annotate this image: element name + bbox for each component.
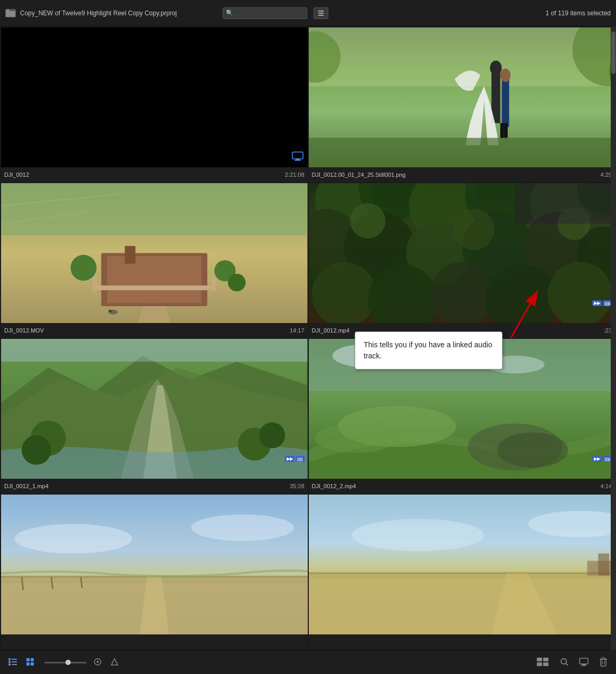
- project-icon: [5, 9, 16, 17]
- top-bar-left: Copy_NEW of Twelve9 Highlight Reel Copy …: [5, 9, 223, 17]
- svg-point-61: [22, 435, 51, 465]
- items-selected: 1 of 119 items selected: [546, 10, 611, 17]
- thumb-duration-5: 35:28: [290, 483, 305, 489]
- bottom-bar: [0, 650, 616, 674]
- svg-rect-18: [504, 123, 507, 138]
- svg-marker-102: [111, 659, 118, 665]
- svg-rect-99: [31, 662, 34, 666]
- svg-rect-98: [26, 662, 30, 666]
- scrollbar-thumb[interactable]: [611, 32, 615, 74]
- svg-point-16: [500, 69, 510, 82]
- bottom-right-icons: [535, 656, 610, 669]
- svg-rect-26: [125, 246, 135, 263]
- svg-point-101: [97, 661, 99, 663]
- svg-rect-111: [581, 665, 586, 666]
- svg-rect-105: [537, 662, 542, 666]
- search-input[interactable]: [223, 7, 307, 19]
- svg-rect-106: [543, 662, 548, 666]
- zoom-slider: [44, 662, 87, 663]
- thumb-bottom-2: DJI_0012.00_01_24_25.Still001.png 4:29: [309, 167, 615, 182]
- svg-point-14: [490, 61, 501, 75]
- svg-rect-103: [537, 658, 542, 661]
- svg-rect-28: [92, 277, 97, 291]
- svg-point-86: [352, 519, 484, 551]
- thumb-name-6: DJI_0012_2.mp4: [312, 483, 598, 489]
- svg-rect-4: [318, 15, 324, 16]
- svg-rect-2: [318, 11, 324, 12]
- thumb-cell-5[interactable]: ▶▶ )))) DJI_0012_1.mp4 35:28: [1, 339, 308, 493]
- badge-icons-6: ▶▶ )))): [592, 456, 612, 462]
- thumb-name-3: DJI_0012.MOV: [4, 327, 287, 334]
- top-bar: Copy_NEW of Twelve9 Highlight Reel Copy …: [0, 0, 616, 26]
- video-badge-5: ▶▶: [285, 456, 295, 462]
- grid-view-icon[interactable]: [24, 657, 37, 668]
- svg-point-78: [14, 524, 132, 554]
- sort-icon[interactable]: [109, 657, 120, 668]
- badge-icons-4: ▶▶ )))): [592, 300, 612, 306]
- svg-rect-85: [598, 554, 609, 576]
- tooltip-box: This tells you if you have a linked audi…: [355, 331, 503, 369]
- svg-point-79: [191, 515, 294, 541]
- svg-rect-56: [515, 183, 615, 224]
- svg-rect-94: [8, 663, 11, 666]
- svg-point-53: [350, 203, 385, 239]
- svg-rect-27: [92, 286, 216, 290]
- svg-rect-58: [1, 339, 308, 362]
- search-icon: 🔍: [226, 10, 233, 16]
- storyboard-icon[interactable]: [535, 657, 552, 669]
- list-view-button[interactable]: [314, 7, 328, 19]
- svg-point-30: [71, 255, 97, 281]
- scrollbar[interactable]: [611, 26, 616, 650]
- media-grid: DJI_0012 2:21:08: [0, 26, 616, 650]
- list-view-icon[interactable]: [6, 657, 19, 668]
- svg-rect-114: [602, 658, 605, 659]
- svg-rect-15: [501, 79, 509, 127]
- svg-rect-92: [8, 661, 11, 663]
- audio-badge-5: )))): [296, 456, 305, 462]
- svg-point-62: [259, 422, 285, 448]
- monitor-icon[interactable]: [577, 657, 591, 669]
- svg-rect-93: [12, 661, 17, 662]
- svg-point-32: [228, 274, 245, 291]
- slider-thumb[interactable]: [65, 660, 71, 665]
- thumb-cell-4[interactable]: ▶▶ )))) DJI_0012.mp4 :23: [309, 183, 615, 338]
- delete-icon[interactable]: [597, 656, 610, 669]
- thumb-cell-7[interactable]: [1, 495, 308, 649]
- svg-rect-91: [12, 659, 17, 660]
- svg-point-107: [561, 659, 566, 664]
- svg-rect-95: [12, 664, 17, 665]
- thumb-cell-1[interactable]: DJI_0012 2:21:08: [1, 27, 308, 182]
- thumb-bottom-7: [1, 634, 308, 649]
- svg-point-34: [108, 310, 112, 312]
- badge-icons-5: ▶▶ )))): [285, 456, 305, 462]
- svg-rect-7: [295, 160, 301, 161]
- svg-rect-29: [212, 277, 216, 291]
- slider-track[interactable]: [44, 662, 87, 663]
- auto-icon[interactable]: [92, 657, 103, 668]
- svg-point-54: [453, 209, 494, 250]
- thumb-duration-1: 2:21:08: [285, 172, 305, 178]
- svg-rect-82: [309, 579, 615, 634]
- search-bottom-icon[interactable]: [558, 657, 571, 669]
- svg-rect-110: [582, 664, 585, 665]
- thumb-name-5: DJI_0012_1.mp4: [4, 483, 287, 489]
- thumb-cell-3[interactable]: DJI_0012.MOV 14:17: [1, 183, 308, 338]
- thumb-duration-3: 14:17: [290, 327, 305, 334]
- thumb-name-2: DJI_0012.00_01_24_25.Still001.png: [312, 172, 598, 178]
- thumb-cell-2[interactable]: DJI_0012.00_01_24_25.Still001.png 4:29: [309, 27, 615, 182]
- svg-rect-6: [296, 159, 300, 160]
- thumb-cell-8[interactable]: [309, 495, 615, 649]
- svg-rect-25: [107, 256, 202, 303]
- search-wrapper: 🔍: [223, 7, 307, 19]
- thumb-name-1: DJI_0012: [4, 172, 282, 178]
- project-title: Copy_NEW of Twelve9 Highlight Reel Copy …: [20, 10, 177, 17]
- svg-rect-1: [6, 10, 10, 12]
- svg-rect-97: [31, 658, 34, 661]
- svg-rect-104: [543, 658, 548, 661]
- video-badge-6: ▶▶: [592, 456, 602, 462]
- thumb-duration-6: 4:14: [601, 483, 612, 489]
- svg-rect-17: [500, 123, 504, 138]
- svg-rect-96: [26, 658, 30, 661]
- tooltip-text: This tells you if you have a linked audi…: [364, 340, 492, 360]
- svg-point-67: [315, 423, 397, 453]
